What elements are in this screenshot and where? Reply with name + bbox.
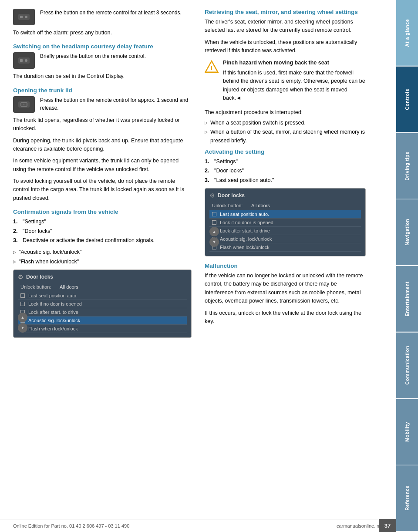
page-footer: Online Edition for Part no. 01 40 2 606 … bbox=[0, 519, 396, 532]
svg-rect-4 bbox=[20, 59, 23, 62]
screen2-row-2: Lock after start. to drive bbox=[209, 227, 361, 235]
screen2-menu-icon: ⚙ bbox=[209, 192, 215, 199]
page-number: 37 bbox=[379, 519, 396, 532]
headlamp-icon-box bbox=[13, 52, 35, 69]
headlamp-remote-icon bbox=[17, 56, 30, 65]
screen2-nav-arrows: ▲ ▼ bbox=[209, 227, 219, 247]
retrieve-para1: The driver's seat, exterior mirror, and … bbox=[205, 18, 366, 35]
screen1-checkbox-1 bbox=[20, 302, 25, 306]
svg-text:!: ! bbox=[211, 64, 213, 71]
screen2-nav-up: ▲ bbox=[209, 227, 219, 236]
sidebar-tab-entertainment[interactable]: Entertainment bbox=[396, 266, 418, 332]
sidebar-tab-mobility[interactable]: Mobility bbox=[396, 399, 418, 465]
headlamp-icon-row: Briefly press the button on the remote c… bbox=[13, 52, 192, 69]
trunk-para2: During opening, the trunk lid pivots bac… bbox=[13, 137, 192, 154]
door-locks-screen-1: ⚙ Door locks Unlock button: All doors La… bbox=[13, 269, 192, 338]
screen1-title-bar: ⚙ Door locks bbox=[18, 273, 187, 280]
screen1-row-label-1: Lock if no door is opened bbox=[28, 301, 82, 306]
screen2-row-0: Last seat position auto. bbox=[209, 210, 361, 219]
svg-point-2 bbox=[25, 16, 27, 18]
remote-icon bbox=[17, 12, 30, 22]
retrieve-heading: Retrieving the seat, mirror, and steerin… bbox=[205, 9, 366, 15]
svg-rect-1 bbox=[20, 16, 23, 18]
intro-para: To switch off the alarm: press any butto… bbox=[13, 29, 192, 37]
sidebar-tab-reference[interactable]: Reference bbox=[396, 465, 418, 531]
screen2-header-val: All doors bbox=[251, 203, 270, 208]
headlamp-para: The duration can be set in the Control D… bbox=[13, 72, 192, 81]
activating-numbered-list: 1."Settings" 2."Door locks" 3."Last seat… bbox=[205, 158, 366, 185]
screen1-row-4: Flash when lock/unlock bbox=[18, 325, 187, 333]
malfunction-para2: If this occurs, unlock or lock the vehic… bbox=[205, 309, 366, 326]
svg-point-5 bbox=[25, 59, 27, 62]
sidebar-tab-driving-tips[interactable]: Driving tips bbox=[396, 133, 418, 199]
screen2-row-label-2: Lock after start. to drive bbox=[220, 228, 270, 233]
screen2-row-label-0: Last seat position auto. bbox=[220, 212, 269, 217]
sidebar-tab-controls[interactable]: Controls bbox=[396, 67, 418, 132]
screen1-row-2: Lock after start. to drive bbox=[18, 308, 187, 317]
confirm-bullet-list: "Acoustic sig. lock/unlock" "Flash when … bbox=[13, 248, 192, 266]
screen2-row-label-3: Acoustic sig. lock/unlock bbox=[220, 236, 272, 242]
intro-icon-text: Press the button on the remote control f… bbox=[40, 9, 192, 17]
screen2-row-label-1: Lock if no door is opened bbox=[220, 220, 273, 225]
interrupted-bullet-2: When a button of the seat, mirror, and s… bbox=[205, 128, 366, 145]
screen2-row-4: Flash when lock/unlock bbox=[209, 243, 361, 252]
trunk-icon-text: Press the button on the remote control f… bbox=[40, 96, 192, 112]
screen2-row-1: Lock if no door is opened bbox=[209, 219, 361, 227]
confirm-numbered-list: 1."Settings" 2."Door locks" 3.Deactivate… bbox=[13, 218, 192, 245]
interrupted-bullet-list: When a seat position switch is pressed. … bbox=[205, 119, 366, 145]
warning-triangle-icon: ! bbox=[205, 60, 219, 74]
sidebar-tab-at-a-glance[interactable]: At a glance bbox=[396, 0, 418, 66]
intro-icon-row: Press the button on the remote control f… bbox=[13, 9, 192, 25]
screen2-title-bar: ⚙ Door locks bbox=[209, 192, 361, 199]
screen1-row-label-3: Acoustic sig. lock/unlock bbox=[28, 318, 80, 323]
screen1-row-0: Last seat position auto. bbox=[18, 292, 187, 300]
footer-right-text: carmanualsonline.info bbox=[337, 523, 383, 529]
screen1-row-label-2: Lock after start. to drive bbox=[28, 310, 78, 315]
screen1-row-3: Acoustic sig. lock/unlock bbox=[18, 317, 187, 325]
left-column: Press the button on the remote control f… bbox=[13, 9, 200, 515]
svg-rect-0 bbox=[18, 14, 30, 20]
sidebar: At a glance Controls Driving tips Naviga… bbox=[396, 0, 418, 532]
confirm-list-item-3: 3.Deactivate or activate the desired con… bbox=[13, 236, 192, 245]
screen2-inner: ⚙ Door locks Unlock button: All doors La… bbox=[205, 189, 365, 256]
activating-list-item-2: 2."Door locks" bbox=[205, 167, 366, 175]
trunk-para1: The trunk lid opens, regardless of wheth… bbox=[13, 116, 192, 133]
warning-row: ! Pinch hazard when moving back the seat… bbox=[205, 59, 366, 106]
page-container: Press the button on the remote control f… bbox=[0, 0, 418, 532]
confirm-bullet-2: "Flash when lock/unlock" bbox=[13, 258, 192, 266]
malfunction-para1: If the vehicle can no longer be locked o… bbox=[205, 272, 366, 306]
headlamp-icon-text: Briefly press the button on the remote c… bbox=[40, 52, 192, 60]
trunk-para3: In some vehicle equipment variants, the … bbox=[13, 157, 192, 174]
interrupted-heading: The adjustment procedure is interrupted: bbox=[205, 108, 366, 117]
screen1-title: Door locks bbox=[26, 274, 53, 280]
activating-heading: Activating the setting bbox=[205, 148, 366, 155]
sidebar-tab-communication[interactable]: Communication bbox=[396, 333, 418, 398]
sidebar-tab-navigation[interactable]: Navigation bbox=[396, 199, 418, 265]
trunk-icon-row: Press the button on the remote control f… bbox=[13, 96, 192, 113]
screen1-header-val: All doors bbox=[60, 284, 78, 290]
screen2-checkbox-0 bbox=[212, 212, 216, 216]
retrieve-para2: When the vehicle is unlocked, these posi… bbox=[205, 38, 366, 55]
confirm-bullet-1: "Acoustic sig. lock/unlock" bbox=[13, 248, 192, 256]
screen2-title: Door locks bbox=[218, 192, 245, 199]
headlamp-heading: Switching on the headlamp courtesy delay… bbox=[13, 43, 192, 50]
screen1-inner: ⚙ Door locks Unlock button: All doors La… bbox=[13, 270, 191, 337]
confirm-heading: Confirmation signals from the vehicle bbox=[13, 209, 192, 215]
door-locks-screen-2: ⚙ Door locks Unlock button: All doors La… bbox=[205, 188, 366, 256]
screen2-checkbox-1 bbox=[212, 220, 216, 225]
svg-rect-3 bbox=[18, 57, 30, 64]
screen1-header-row: Unlock button: All doors bbox=[18, 283, 187, 291]
screen2-row-3: Acoustic sig. lock/unlock bbox=[209, 235, 361, 243]
screen1-header-key: Unlock button: bbox=[20, 284, 60, 290]
activating-list-item-1: 1."Settings" bbox=[205, 158, 366, 166]
footer-left-text: Online Edition for Part no. 01 40 2 606 … bbox=[13, 523, 129, 529]
warning-para: If this function is used, first make sur… bbox=[223, 69, 366, 103]
screen1-nav-arrows: ▲ ▼ bbox=[18, 313, 27, 333]
malfunction-heading: Malfunction bbox=[205, 263, 366, 269]
screen1-nav-up: ▲ bbox=[18, 313, 27, 322]
screen1-row-label-4: Flash when lock/unlock bbox=[28, 326, 78, 331]
screen1-row-label-0: Last seat position auto. bbox=[28, 293, 78, 298]
interrupted-bullet-1: When a seat position switch is pressed. bbox=[205, 119, 366, 127]
screen2-nav-down: ▼ bbox=[209, 237, 219, 247]
trunk-para4: To avoid locking yourself out of the veh… bbox=[13, 177, 192, 202]
